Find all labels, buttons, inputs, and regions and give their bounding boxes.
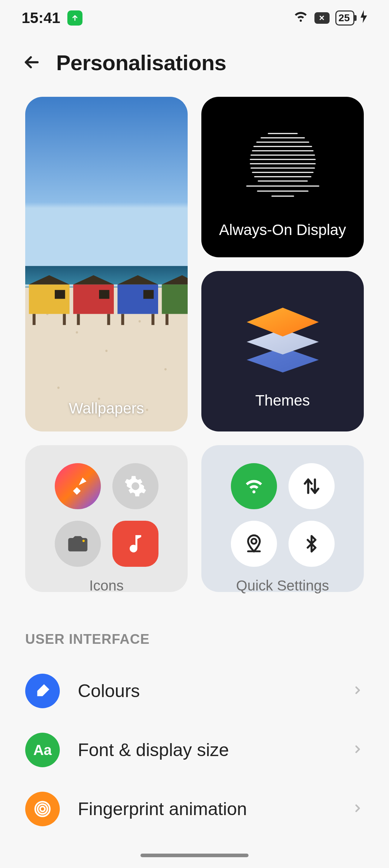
camera-icon bbox=[55, 521, 101, 567]
bluetooth-toggle-icon bbox=[289, 521, 335, 567]
svg-point-8 bbox=[164, 368, 166, 370]
svg-rect-24 bbox=[143, 290, 154, 299]
brush-icon bbox=[55, 463, 101, 509]
chevron-right-icon bbox=[352, 802, 364, 816]
nav-handle bbox=[140, 854, 249, 857]
svg-rect-14 bbox=[55, 290, 65, 299]
svg-point-49 bbox=[251, 539, 256, 544]
charging-icon bbox=[360, 9, 367, 27]
svg-marker-47 bbox=[247, 308, 319, 336]
wallpapers-label: Wallpapers bbox=[25, 400, 188, 417]
upload-indicator-icon bbox=[67, 10, 82, 26]
themes-label: Themes bbox=[255, 392, 310, 409]
quick-settings-label: Quick Settings bbox=[236, 578, 329, 594]
svg-rect-19 bbox=[99, 290, 109, 299]
svg-rect-12 bbox=[29, 284, 70, 314]
chevron-right-icon bbox=[352, 684, 364, 698]
svg-rect-25 bbox=[121, 314, 124, 325]
user-interface-header: USER INTERFACE bbox=[0, 592, 389, 661]
svg-rect-20 bbox=[77, 314, 80, 325]
fingerprint-label: Fingerprint animation bbox=[78, 799, 247, 819]
fingerprint-animation-item[interactable]: Fingerprint animation bbox=[0, 779, 389, 838]
always-on-display-card[interactable]: Always-On Display bbox=[201, 97, 364, 257]
svg-rect-17 bbox=[73, 284, 114, 314]
icons-card[interactable]: Icons bbox=[25, 445, 188, 592]
svg-point-9 bbox=[57, 386, 59, 389]
card-grid: Wallpapers bbox=[0, 97, 389, 592]
themes-card[interactable]: Themes bbox=[201, 271, 364, 431]
colours-label: Colours bbox=[78, 681, 140, 701]
svg-rect-22 bbox=[117, 284, 158, 314]
svg-point-48 bbox=[82, 540, 84, 542]
font-display-size-item[interactable]: Aa Font & display size bbox=[0, 720, 389, 779]
aod-label: Always-On Display bbox=[219, 221, 346, 239]
data-toggle-icon bbox=[289, 463, 335, 509]
gear-icon bbox=[112, 463, 158, 509]
font-icon: Aa bbox=[25, 733, 60, 767]
back-icon[interactable] bbox=[22, 52, 42, 74]
mute-icon: ✕ bbox=[314, 12, 330, 24]
music-icon bbox=[112, 521, 158, 567]
location-toggle-icon bbox=[231, 521, 277, 567]
page-title: Personalisations bbox=[56, 50, 226, 75]
battery-indicator: 25 bbox=[335, 10, 354, 26]
colours-item[interactable]: Colours bbox=[0, 661, 389, 720]
font-label: Font & display size bbox=[78, 740, 229, 760]
svg-rect-16 bbox=[63, 314, 66, 325]
page-header: Personalisations bbox=[0, 36, 389, 97]
svg-point-51 bbox=[38, 804, 48, 814]
layers-icon bbox=[240, 300, 326, 378]
svg-point-50 bbox=[40, 806, 45, 812]
icons-label: Icons bbox=[89, 578, 124, 594]
wallpapers-card[interactable]: Wallpapers bbox=[25, 97, 188, 431]
svg-rect-26 bbox=[152, 314, 155, 325]
aod-sun-icon bbox=[240, 126, 326, 207]
chevron-right-icon bbox=[352, 743, 364, 757]
wifi-icon bbox=[293, 8, 309, 28]
fingerprint-icon bbox=[25, 792, 60, 826]
svg-rect-29 bbox=[166, 314, 169, 325]
colours-icon bbox=[25, 674, 60, 708]
svg-point-5 bbox=[76, 331, 78, 334]
clock: 15:41 bbox=[22, 9, 60, 27]
svg-rect-21 bbox=[107, 314, 110, 325]
quick-settings-card[interactable]: Quick Settings bbox=[201, 445, 364, 592]
svg-rect-0 bbox=[25, 97, 188, 292]
svg-rect-15 bbox=[33, 314, 36, 325]
svg-point-7 bbox=[139, 320, 141, 322]
wifi-toggle-icon bbox=[231, 463, 277, 509]
svg-rect-27 bbox=[162, 284, 188, 314]
svg-point-6 bbox=[105, 350, 107, 352]
status-bar: 15:41 ✕ 25 bbox=[0, 0, 389, 36]
